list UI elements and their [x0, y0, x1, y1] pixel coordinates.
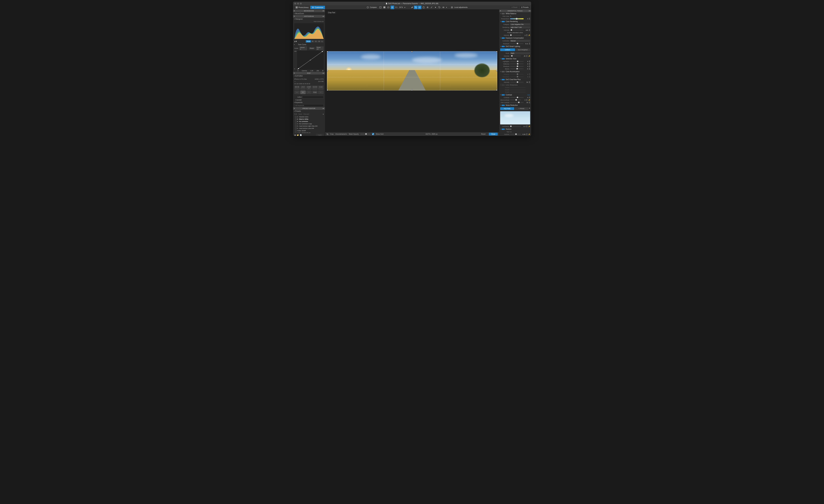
- close-icon[interactable]: ✕: [294, 15, 295, 17]
- stepper[interactable]: ▴▾: [529, 18, 530, 20]
- redeye-button[interactable]: [426, 6, 429, 9]
- preset-new-icon[interactable]: 📄: [300, 134, 302, 136]
- exif-chip-3[interactable]: 〰: [306, 91, 312, 94]
- noise-preview[interactable]: [500, 111, 530, 124]
- show-grid-checkbox[interactable]: [372, 133, 374, 135]
- crop-handle-se[interactable]: [496, 90, 497, 91]
- wand-icon[interactable]: ✨: [528, 125, 530, 127]
- stepper[interactable]: ▴▾: [526, 133, 527, 135]
- preset-item[interactable]: 4 - No correction: [294, 120, 324, 123]
- stepper[interactable]: ▴▾: [526, 55, 527, 57]
- hi-slider[interactable]: [510, 61, 524, 62]
- exp-slider[interactable]: [510, 43, 524, 44]
- maximize-window-icon[interactable]: [300, 3, 302, 4]
- stepper[interactable]: ▴▾: [529, 43, 530, 44]
- wand-icon[interactable]: ✨: [528, 55, 530, 57]
- view-split-button[interactable]: [383, 6, 386, 9]
- contrast-title[interactable]: ▾ContrastAuto: [499, 93, 531, 96]
- wb-title[interactable]: ▾White Balance: [499, 12, 531, 15]
- curve-resetall-button[interactable]: Reset All: [316, 46, 323, 50]
- stepper[interactable]: ▴▾: [529, 68, 530, 70]
- temp-slider[interactable]: [510, 18, 524, 19]
- crop-handle-s[interactable]: [411, 90, 412, 91]
- zoom-dropdown-icon[interactable]: ▾: [404, 6, 406, 8]
- keywords-sub[interactable]: ▾Keywords: [293, 101, 325, 104]
- tag-button[interactable]: [437, 6, 441, 9]
- view-single-button[interactable]: [379, 6, 382, 9]
- exif-chip-4[interactable]: RGB: [312, 91, 318, 94]
- stepper[interactable]: ▴▾: [529, 66, 530, 67]
- intensity-slider[interactable]: [510, 30, 524, 30]
- tab-photolibrary[interactable]: PhotoLibrary: [294, 6, 310, 9]
- smart-int-slider[interactable]: [510, 56, 521, 56]
- close-window-icon[interactable]: [294, 3, 296, 4]
- histogram-tab-b[interactable]: B: [318, 40, 320, 42]
- close-icon[interactable]: ✕: [500, 10, 501, 12]
- uniform-button[interactable]: Uniform: [500, 48, 515, 51]
- histogram-sub[interactable]: ▾Histogram: [293, 18, 325, 20]
- smart-title[interactable]: ▾DxO Smart Lighting: [499, 45, 531, 48]
- corr-select[interactable]: Manual: [510, 40, 530, 42]
- preset-item[interactable]: 5 - Auto-horizon Agfa Vista 200: [294, 125, 324, 127]
- stepper[interactable]: ▴▾: [529, 61, 530, 62]
- mask-slider[interactable]: [360, 134, 370, 134]
- preset-discard[interactable]: Discard: [304, 113, 309, 115]
- exif-chip-5[interactable]: ♀: [318, 91, 323, 94]
- exposure-title[interactable]: ▾Exposure Compensation: [499, 36, 531, 39]
- preset-menu-icon[interactable]: ▾: [323, 113, 324, 115]
- hand-button[interactable]: [391, 6, 394, 9]
- canvas[interactable]: Crop Tool: [325, 10, 499, 132]
- minimize-window-icon[interactable]: [297, 3, 299, 4]
- zoom-pct-label[interactable]: 24 %: [399, 6, 404, 8]
- wand-icon[interactable]: ✨: [528, 34, 530, 36]
- crop-handle-n[interactable]: [411, 51, 412, 52]
- tab-customize[interactable]: Customize: [310, 6, 325, 9]
- menu-icon[interactable]: ≡▾: [322, 108, 324, 109]
- exif-chip-1[interactable]: —: [294, 91, 300, 94]
- exif-sub[interactable]: ▸Exif Editor: [293, 75, 325, 77]
- preset-thumb-icon[interactable]: ▦: [294, 134, 296, 136]
- shadow-clip-icon[interactable]: ◗: [294, 40, 295, 42]
- preset-edit[interactable]: Edit: [294, 113, 297, 115]
- histogram-tab-r[interactable]: R: [311, 40, 314, 42]
- crop-title[interactable]: ▾Crop: [499, 136, 531, 136]
- crop-overlay[interactable]: [327, 52, 497, 90]
- crop-reset-button[interactable]: Reset: [480, 133, 487, 135]
- sat-slider[interactable]: [510, 77, 524, 77]
- loupe-icon[interactable]: ⊕: [529, 107, 530, 110]
- stepper[interactable]: ▴▾: [529, 97, 530, 98]
- local-adj-button[interactable]: Local adjustments: [450, 6, 469, 9]
- wand-icon[interactable]: ✨: [528, 99, 530, 101]
- stepper[interactable]: ▴▾: [526, 125, 527, 127]
- prime-button[interactable]: + PRIME: [515, 107, 528, 110]
- stepper[interactable]: ▴▾: [529, 76, 530, 78]
- crop-handle-sw[interactable]: [327, 90, 328, 91]
- dropdown-icon[interactable]: ▾: [445, 6, 447, 8]
- eyedropper-icon[interactable]: ✎: [510, 15, 511, 17]
- stepper[interactable]: ▴▾: [529, 81, 530, 83]
- noise-title[interactable]: ▾Noise Reduction: [499, 104, 531, 107]
- preset-item[interactable]: 2 - Neutral colors: [294, 116, 324, 118]
- exif-chip-2[interactable]: ⚙: [300, 91, 306, 94]
- stepper-icon[interactable]: ⇵: [322, 70, 323, 72]
- rendering-select[interactable]: Agfa Vista™ 200: [510, 26, 530, 28]
- crop-handle-ne[interactable]: [496, 51, 497, 52]
- preset-save[interactable]: Save: [298, 113, 302, 115]
- tonecurve-sub[interactable]: ▾Tone Curve: [293, 43, 325, 46]
- wb-picker-button[interactable]: [410, 6, 413, 9]
- mc-slider[interactable]: [510, 100, 521, 100]
- prot-int-slider[interactable]: [510, 35, 521, 35]
- mode-select[interactable]: Slight: [510, 52, 530, 55]
- crop-handle-nw[interactable]: [327, 51, 328, 52]
- preset-item[interactable]: 5 - Auto-horizon Leica M9: [294, 127, 324, 129]
- fit-button[interactable]: [387, 6, 390, 9]
- spot-button[interactable]: Spot Weighted: [515, 48, 530, 51]
- preset-item[interactable]: Andau SDSR Shade: [294, 132, 324, 133]
- sharp-title[interactable]: ▾Lens Sharpness: [499, 84, 531, 86]
- crop-button[interactable]: [414, 6, 417, 9]
- c-slider[interactable]: [510, 97, 524, 98]
- mid-slider[interactable]: [510, 64, 524, 64]
- horizon-tool-icon[interactable]: ▭: [510, 131, 512, 133]
- close-icon[interactable]: ✕: [294, 72, 295, 74]
- close-icon[interactable]: ✕: [294, 10, 295, 12]
